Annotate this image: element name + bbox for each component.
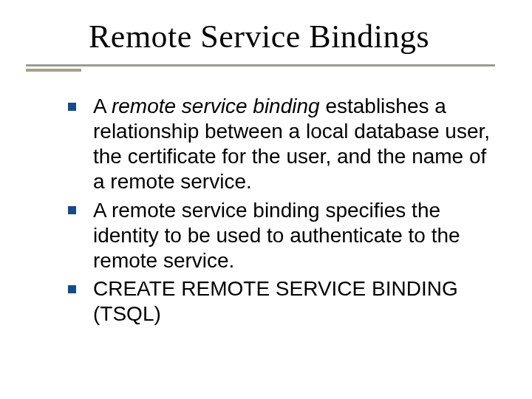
- rule-short: [26, 69, 81, 72]
- list-item: A remote service binding specifies the i…: [66, 198, 495, 273]
- bullet-text: A remote service binding specifies the i…: [93, 199, 460, 272]
- list-item: CREATE REMOTE SERVICE BINDING (TSQL): [66, 276, 495, 327]
- slide-body: A remote service binding establishes a r…: [0, 73, 532, 327]
- title-area: Remote Service Bindings: [0, 0, 532, 73]
- title-underline: [0, 60, 532, 73]
- slide-title: Remote Service Bindings: [89, 18, 502, 55]
- rule-long: [26, 64, 495, 66]
- bullet-text-italic: remote service binding: [112, 95, 320, 117]
- list-item: A remote service binding establishes a r…: [66, 94, 495, 195]
- slide: Remote Service Bindings A remote service…: [0, 0, 532, 399]
- bullet-text: CREATE REMOTE SERVICE BINDING (TSQL): [93, 277, 458, 325]
- bullet-list: A remote service binding establishes a r…: [66, 94, 495, 327]
- bullet-text-prefix: A: [93, 95, 112, 117]
